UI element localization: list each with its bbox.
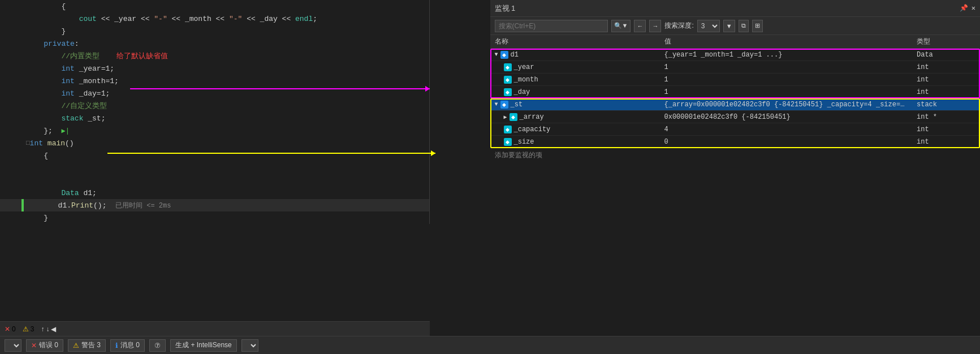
bottom-error-label: 错误 0 <box>39 340 58 350</box>
watch-row-st[interactable]: ▼ ◆ _st {_array=0x000001e02482c3f0 {-842… <box>490 98 981 111</box>
error-btn[interactable]: ✕ 错误 0 <box>26 339 63 352</box>
watch-toolbar: 🔍▼ ← → 搜索深度: 3 1 2 4 5 ▼ ⧉ ⊞ <box>490 17 981 35</box>
refresh-btn[interactable]: ⧉ <box>739 20 749 32</box>
search-btn[interactable]: 🔍▼ <box>611 20 631 32</box>
code-line-comment1: //内置类型 给了默认缺省值 <box>0 50 429 62</box>
type-capacity: int <box>912 126 980 133</box>
bottom-info-label: 消息 0 <box>120 340 140 350</box>
var-icon-array: ◆ <box>510 113 517 121</box>
value-size: 0 <box>660 138 913 146</box>
value-day: 1 <box>660 88 913 96</box>
build-label: 生成 + IntelliSense <box>175 340 232 350</box>
nav-arrows[interactable]: ↑ ↓ ◀ <box>41 325 56 333</box>
var-icon-month: ◆ <box>504 76 512 84</box>
code-line-mainclose: } <box>0 211 429 224</box>
header-name: 名称 <box>490 37 660 46</box>
search-input[interactable] <box>495 20 608 32</box>
bottom-warning-label: 警告 3 <box>81 340 101 350</box>
error-count: 0 <box>12 325 16 333</box>
forward-btn[interactable]: → <box>649 20 661 32</box>
bottom-select-right[interactable] <box>241 339 258 352</box>
code-line-year: int _year=1; <box>0 62 429 75</box>
var-icon-d1: ◆ <box>500 51 508 59</box>
left-arrow: ◀ <box>51 325 56 333</box>
code-line-comment2: //自定义类型 <box>0 100 429 112</box>
fold-icon[interactable]: □ <box>26 140 30 146</box>
expand-array[interactable]: ▶ <box>504 114 507 120</box>
watch-row-d1[interactable]: ▼ ◆ d1 {_year=1 _month=1 _day=1 ...} Dat… <box>490 49 981 61</box>
warning-count: 3 <box>31 325 34 333</box>
warning-status[interactable]: ⚠ 3 <box>23 325 34 333</box>
value-capacity: 4 <box>660 126 913 133</box>
play-icon: ▶| <box>61 127 69 135</box>
type-year: int <box>912 63 980 71</box>
expand-btn[interactable]: ⊞ <box>752 20 763 32</box>
type-st: stack <box>912 101 980 109</box>
code-line-month: int _month=1; <box>0 75 429 87</box>
watch-row-capacity[interactable]: ◆ _capacity 4 int <box>490 123 981 136</box>
code-line-private: private : <box>0 37 429 50</box>
watch-row-size[interactable]: ◆ _size 0 int <box>490 136 981 148</box>
code-line-main: □ int main () <box>0 137 429 149</box>
value-month: 1 <box>660 76 913 84</box>
type-d1: Data <box>912 51 980 59</box>
error-status[interactable]: ✕ 0 <box>5 325 16 333</box>
add-watch-row[interactable]: 添加要监视的项 <box>490 148 981 162</box>
down-arrow: ↓ <box>46 325 49 333</box>
code-line-mainopen: { <box>0 149 429 162</box>
annotation-default: 给了默认缺省值 <box>116 51 168 61</box>
code-line-data: Data d1; <box>0 187 429 199</box>
depth-label: 搜索深度: <box>664 21 693 31</box>
var-icon-size: ◆ <box>504 138 512 146</box>
code-line-empty1 <box>0 162 429 174</box>
var-icon-capacity: ◆ <box>504 126 512 133</box>
code-line-stack: stack _st; <box>0 112 429 124</box>
warning-btn[interactable]: ⚠ 警告 3 <box>68 339 106 352</box>
warning-icon: ⚠ <box>23 325 29 333</box>
expand-d1[interactable]: ▼ <box>495 51 498 58</box>
back-btn[interactable]: ← <box>634 20 646 32</box>
bottom-bar: ✕ 错误 0 ⚠ 警告 3 ℹ 消息 0 ⑦ 生成 + IntelliSense <box>0 336 980 354</box>
depth-dropdown-btn[interactable]: ▼ <box>723 20 735 32</box>
info-btn[interactable]: ℹ 消息 0 <box>110 339 145 352</box>
expand-st[interactable]: ▼ <box>495 101 498 107</box>
error-icon: ✕ <box>5 325 10 333</box>
code-editor: { cout << _year << "-" << _month <box>0 0 490 336</box>
header-value: 值 <box>660 37 913 46</box>
watch-panel-wrapper: 监视 1 📌 ✕ 🔍▼ ← → 搜索深度: 3 1 2 4 5 <box>490 0 981 336</box>
watch-title: 监视 1 <box>495 3 516 14</box>
watch-controls: 📌 ✕ <box>960 4 975 12</box>
var-icon-day: ◆ <box>504 88 512 96</box>
var-icon-year: ◆ <box>504 63 512 71</box>
watch-panel: 监视 1 📌 ✕ 🔍▼ ← → 搜索深度: 3 1 2 4 5 <box>490 0 981 162</box>
bottom-warning-icon: ⚠ <box>73 342 79 349</box>
up-arrow: ↑ <box>41 325 44 333</box>
build-btn[interactable]: 生成 + IntelliSense <box>170 339 237 352</box>
bottom-error-icon: ✕ <box>31 342 37 349</box>
watch-row-month[interactable]: ◆ _month 1 int <box>490 74 981 86</box>
value-st: {_array=0x000001e02482c3f0 {-842150451} … <box>660 101 913 109</box>
watch-table-header: 名称 值 类型 <box>490 35 981 49</box>
current-line-bar <box>21 199 24 211</box>
pin-btn-bottom[interactable]: ⑦ <box>149 339 166 352</box>
watch-row-array[interactable]: ▶ ◆ _array 0x000001e02482c3f0 {-84215045… <box>490 111 981 123</box>
code-line-print: d1. Print (); 已用时间 <= 2ms <box>0 199 429 211</box>
type-day: int <box>912 88 980 96</box>
var-icon-st: ◆ <box>500 101 508 109</box>
watch-row-year[interactable]: ◆ _year 1 int <box>490 61 981 74</box>
arrow-yellow <box>107 153 435 154</box>
watch-row-day[interactable]: ◆ _day 1 int <box>490 86 981 98</box>
bottom-select-left[interactable] <box>5 339 21 352</box>
close-btn[interactable]: ✕ <box>972 4 975 12</box>
header-type: 类型 <box>912 37 980 46</box>
code-line-classend: }; ▶| <box>0 124 429 137</box>
watch-titlebar: 监视 1 📌 ✕ <box>490 0 981 17</box>
code-line-empty2 <box>0 174 429 187</box>
arrow-pink <box>130 88 430 89</box>
pin-btn[interactable]: 📌 <box>960 4 968 12</box>
bottom-pin-icon: ⑦ <box>154 342 161 349</box>
type-month: int <box>912 76 980 84</box>
code-line-1: { <box>0 0 429 12</box>
type-array: int * <box>912 113 980 121</box>
depth-select[interactable]: 3 1 2 4 5 <box>697 20 720 32</box>
